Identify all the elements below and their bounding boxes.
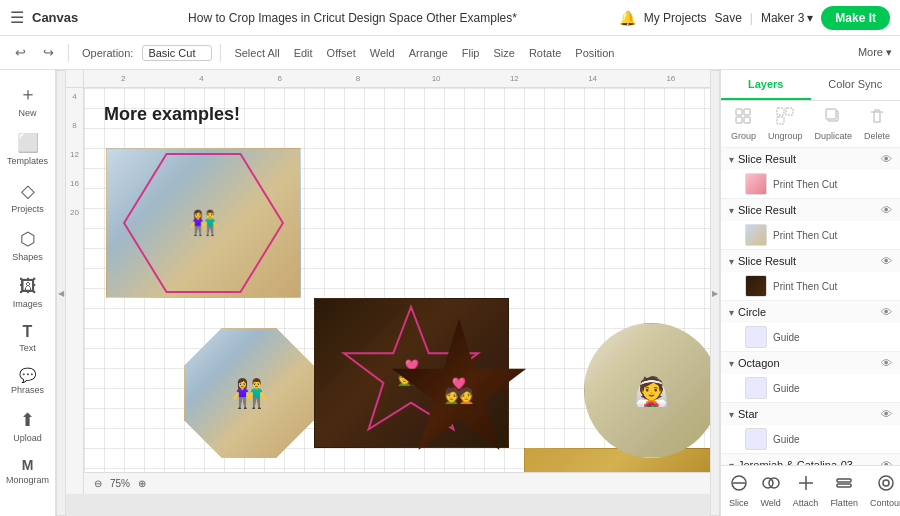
hamburger-icon[interactable]: ☰: [10, 8, 24, 27]
sidebar-item-shapes[interactable]: ⬡ Shapes: [3, 222, 53, 268]
sidebar-item-images[interactable]: 🖼 Images: [3, 270, 53, 315]
layer-header-slice-1[interactable]: ▾ Slice Result 👁: [721, 148, 900, 170]
ruler-marks: 2 4 6 8 10 12 14 16: [84, 74, 710, 83]
canvas-image-circle-crop[interactable]: 👰: [584, 323, 710, 458]
edit-button[interactable]: Edit: [289, 45, 318, 61]
chevron-icon: ▾: [729, 409, 734, 420]
sidebar-item-new[interactable]: ＋ New: [3, 76, 53, 124]
undo-button[interactable]: ↩: [8, 41, 32, 65]
sidebar-item-new-label: New: [18, 108, 36, 118]
weld-bottom-button[interactable]: Weld: [755, 470, 787, 512]
chevron-icon: ▾: [729, 256, 734, 267]
monogram-icon: M: [22, 457, 34, 473]
notification-bell-icon[interactable]: 🔔: [619, 10, 636, 26]
slice-label: Slice: [729, 498, 749, 508]
layer-header-slice-2[interactable]: ▾ Slice Result 👁: [721, 199, 900, 221]
weld-button[interactable]: Weld: [365, 45, 400, 61]
sidebar-item-shapes-label: Shapes: [12, 252, 43, 262]
attach-button[interactable]: Attach: [787, 470, 825, 512]
layer-header-star[interactable]: ▾ Star 👁: [721, 403, 900, 425]
new-icon: ＋: [19, 82, 37, 106]
canvas-image-octagon-crop[interactable]: 👫: [184, 328, 314, 458]
projects-icon: ◇: [21, 180, 35, 202]
layer-header-octagon[interactable]: ▾ Octagon 👁: [721, 352, 900, 374]
zoom-out-button[interactable]: ⊖: [94, 478, 102, 489]
canvas-area[interactable]: 2 4 6 8 10 12 14 16 4 8 12 16 20: [66, 70, 710, 516]
more-button[interactable]: More ▾: [858, 46, 892, 59]
layer-header-circle[interactable]: ▾ Circle 👁: [721, 301, 900, 323]
sidebar-item-projects[interactable]: ◇ Projects: [3, 174, 53, 220]
layer-name-circle: Circle: [738, 306, 877, 318]
position-button[interactable]: Position: [570, 45, 619, 61]
redo-button[interactable]: ↪: [36, 41, 60, 65]
flip-button[interactable]: Flip: [457, 45, 485, 61]
right-collapse-handle[interactable]: ▶: [710, 70, 720, 516]
ungroup-button[interactable]: Ungroup: [768, 107, 803, 141]
layer-thumb-circle: [745, 326, 767, 348]
eye-icon-star[interactable]: 👁: [881, 408, 892, 420]
my-projects-link[interactable]: My Projects: [644, 11, 707, 25]
layer-child-slice-1[interactable]: Print Then Cut: [721, 170, 900, 198]
layer-group-circle: ▾ Circle 👁 Guide: [721, 301, 900, 352]
bottom-panel: Slice Weld Attach Flatten: [721, 465, 900, 516]
make-it-button[interactable]: Make It: [821, 6, 890, 30]
ruler-left: 4 8 12 16 20: [66, 88, 84, 494]
svg-rect-6: [777, 108, 784, 115]
layer-child-slice-3[interactable]: Print Then Cut: [721, 272, 900, 300]
layer-thumb-slice-3: [745, 275, 767, 297]
left-collapse-handle[interactable]: ◀: [56, 70, 66, 516]
operation-input[interactable]: [142, 45, 212, 61]
layer-child-octagon[interactable]: Guide: [721, 374, 900, 402]
sidebar-item-phrases[interactable]: 💬 Phrases: [3, 361, 53, 401]
layer-group-slice-2: ▾ Slice Result 👁 Print Then Cut: [721, 199, 900, 250]
eye-icon-slice-2[interactable]: 👁: [881, 204, 892, 216]
tab-layers[interactable]: Layers: [721, 70, 811, 100]
eye-icon-slice-3[interactable]: 👁: [881, 255, 892, 267]
size-button[interactable]: Size: [489, 45, 520, 61]
sidebar-item-monogram[interactable]: M Monogram: [3, 451, 53, 491]
zoom-in-button[interactable]: ⊕: [138, 478, 146, 489]
canvas-content[interactable]: More examples!: [84, 88, 710, 494]
layer-name-slice-3: Slice Result: [738, 255, 877, 267]
sidebar-item-upload[interactable]: ⬆ Upload: [3, 403, 53, 449]
group-button[interactable]: Group: [731, 107, 756, 141]
upload-icon: ⬆: [20, 409, 35, 431]
attach-icon: [797, 474, 815, 496]
layer-thumb-slice-2: [745, 224, 767, 246]
save-button[interactable]: Save: [714, 11, 741, 25]
layer-header-jeremiah-1[interactable]: ▾ Jeremiah & Catalina-03... 👁: [721, 454, 900, 465]
duplicate-label: Duplicate: [814, 131, 852, 141]
eye-icon-slice-1[interactable]: 👁: [881, 153, 892, 165]
maker-selector[interactable]: Maker 3 ▾: [761, 11, 813, 25]
duplicate-button[interactable]: Duplicate: [814, 107, 852, 141]
rotate-button[interactable]: Rotate: [524, 45, 566, 61]
layer-group-octagon: ▾ Octagon 👁 Guide: [721, 352, 900, 403]
delete-icon: [868, 107, 886, 129]
panel-actions: Group Ungroup Duplicate Delete: [721, 101, 900, 148]
contour-button[interactable]: Contour: [864, 470, 900, 512]
layer-header-slice-3[interactable]: ▾ Slice Result 👁: [721, 250, 900, 272]
layer-child-circle[interactable]: Guide: [721, 323, 900, 351]
layer-child-star[interactable]: Guide: [721, 425, 900, 453]
flatten-button[interactable]: Flatten: [824, 470, 864, 512]
sidebar-item-templates[interactable]: ⬜ Templates: [3, 126, 53, 172]
eye-icon-octagon[interactable]: 👁: [881, 357, 892, 369]
layer-child-slice-2[interactable]: Print Then Cut: [721, 221, 900, 249]
layer-child-name-star: Guide: [773, 434, 800, 445]
eye-icon-circle[interactable]: 👁: [881, 306, 892, 318]
canvas-image-beach[interactable]: [106, 148, 301, 298]
slice-button[interactable]: Slice: [723, 470, 755, 512]
layer-thumb-slice-1: [745, 173, 767, 195]
arrange-button[interactable]: Arrange: [404, 45, 453, 61]
chevron-icon: ▾: [729, 307, 734, 318]
offset-button[interactable]: Offset: [322, 45, 361, 61]
flatten-label: Flatten: [830, 498, 858, 508]
svg-rect-10: [826, 109, 836, 119]
panel-tabs: Layers Color Sync: [721, 70, 900, 101]
tab-color-sync[interactable]: Color Sync: [811, 70, 901, 100]
chevron-icon: ▾: [729, 154, 734, 165]
svg-rect-3: [744, 109, 750, 115]
sidebar-item-text[interactable]: T Text: [3, 317, 53, 359]
delete-button[interactable]: Delete: [864, 107, 890, 141]
select-all-button[interactable]: Select All: [229, 45, 284, 61]
